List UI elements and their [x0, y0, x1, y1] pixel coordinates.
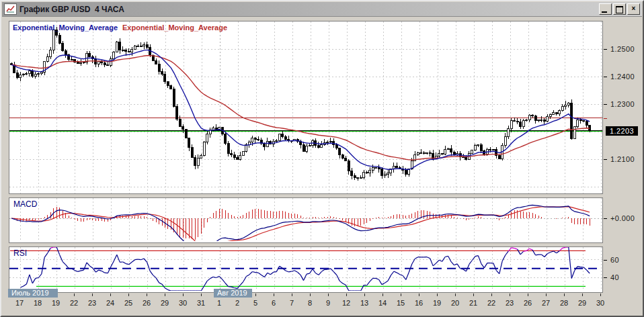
candle-body: [16, 73, 18, 77]
candle-body: [339, 148, 341, 155]
maximize-button[interactable]: [613, 3, 626, 15]
resistance-tick: [604, 118, 607, 119]
y-axis-label: 1.2300: [610, 100, 635, 108]
month-badge-july: Июль 2019: [8, 289, 58, 298]
rsi-line-segment: [524, 251, 526, 252]
candle-body: [257, 139, 259, 140]
rsi-line-segment: [337, 275, 339, 281]
price-chart-canvas[interactable]: [9, 21, 602, 193]
rsi-line-segment: [367, 281, 370, 285]
y-axis-tick: [604, 104, 607, 105]
x-axis-label: 21: [469, 299, 477, 307]
x-axis-tick: [546, 293, 547, 296]
rsi-line-segment: [274, 272, 276, 273]
candle-body: [372, 168, 374, 171]
rsi-line-segment: [457, 264, 460, 269]
candle-body: [471, 150, 473, 154]
minimize-button[interactable]: [599, 3, 612, 15]
rsi-line-segment: [264, 273, 267, 277]
rsi-line-segment: [475, 256, 478, 257]
rsi-line-segment: [469, 261, 472, 265]
rsi-line-segment: [150, 271, 153, 275]
candle-body: [366, 173, 368, 173]
candle-body: [351, 171, 353, 176]
rsi-line-segment: [246, 275, 249, 277]
rsi-line-segment: [321, 269, 324, 271]
x-axis-label: 6: [272, 299, 276, 307]
rsi-line-segment: [310, 269, 313, 274]
x-axis-tick: [92, 293, 93, 296]
y-axis-tick: [604, 159, 607, 160]
ema-fast-legend-label: Exponential_Moving_Average: [13, 24, 118, 32]
candle-body: [188, 138, 190, 148]
rsi-line-segment: [258, 273, 261, 275]
x-axis-label: 27: [542, 299, 550, 307]
candle-body: [571, 103, 573, 138]
x-axis-label: 13: [360, 299, 368, 307]
x-axis-tick: [437, 293, 438, 296]
candle-body: [423, 152, 425, 153]
rsi-line-segment: [138, 259, 140, 260]
candle-body: [321, 144, 323, 148]
rsi-line-segment: [512, 248, 514, 248]
candle-body: [489, 149, 491, 150]
rsi-pane[interactable]: RSI: [9, 246, 603, 293]
price-chart-pane[interactable]: Exponential_Moving_Average Exponential_M…: [9, 21, 603, 194]
close-button[interactable]: ×: [627, 3, 640, 15]
rsi-line-segment: [415, 257, 417, 259]
candle-body: [450, 148, 452, 152]
candle-body: [282, 134, 284, 136]
candle-body: [462, 157, 465, 158]
rsi-canvas[interactable]: [9, 247, 602, 291]
macd-pane[interactable]: MACD: [9, 197, 603, 243]
rsi-axis-label: 40: [610, 273, 619, 281]
candle-body: [532, 115, 534, 116]
candle-body: [251, 138, 253, 142]
rsi-axis-tick: [604, 260, 607, 261]
x-axis-label: 23: [506, 299, 514, 307]
x-axis-label: 15: [397, 299, 405, 307]
window-titlebar[interactable]: График GBP /USD 4 ЧАСА ×: [2, 2, 642, 17]
candle-body: [276, 141, 278, 142]
rsi-line-segment: [339, 281, 342, 283]
candle-body: [327, 142, 329, 143]
candle-body: [306, 146, 308, 151]
rsi-line-segment: [577, 267, 580, 267]
x-axis-tick: [419, 293, 419, 296]
candle-body: [540, 120, 542, 120]
rsi-line-segment: [545, 254, 547, 257]
candle-body: [215, 128, 217, 130]
x-axis-tick: [364, 293, 365, 296]
candle-body: [146, 45, 148, 48]
rsi-line-segment: [159, 283, 162, 284]
candle-body: [508, 129, 510, 136]
candle-body: [125, 50, 127, 52]
candle-body: [113, 52, 115, 59]
x-axis-tick: [328, 293, 329, 296]
candle-body: [474, 146, 476, 150]
candle-body: [161, 71, 163, 74]
candle-body: [28, 71, 30, 74]
candle-body: [227, 144, 229, 154]
candle-body: [164, 74, 166, 81]
candle-body: [19, 75, 22, 77]
candle-body: [510, 121, 512, 129]
candle-body: [128, 52, 130, 52]
rsi-line-segment: [20, 286, 23, 287]
rsi-line-segment: [135, 259, 138, 260]
rsi-line-segment: [481, 264, 484, 268]
x-axis-label: 22: [487, 299, 495, 307]
rsi-line-segment: [400, 275, 403, 276]
candle-body: [58, 36, 61, 44]
candle-body: [577, 120, 579, 127]
rsi-axis-label: 60: [610, 256, 619, 264]
candle-body: [155, 60, 157, 64]
rsi-line-segment: [126, 264, 128, 265]
macd-canvas[interactable]: [9, 198, 602, 241]
candle-body: [131, 50, 133, 52]
rsi-line-segment: [231, 287, 234, 287]
rsi-line-segment: [26, 275, 29, 284]
rsi-line-segment: [370, 278, 372, 281]
x-axis-label: 7: [290, 299, 294, 307]
x-axis-tick: [274, 293, 274, 296]
